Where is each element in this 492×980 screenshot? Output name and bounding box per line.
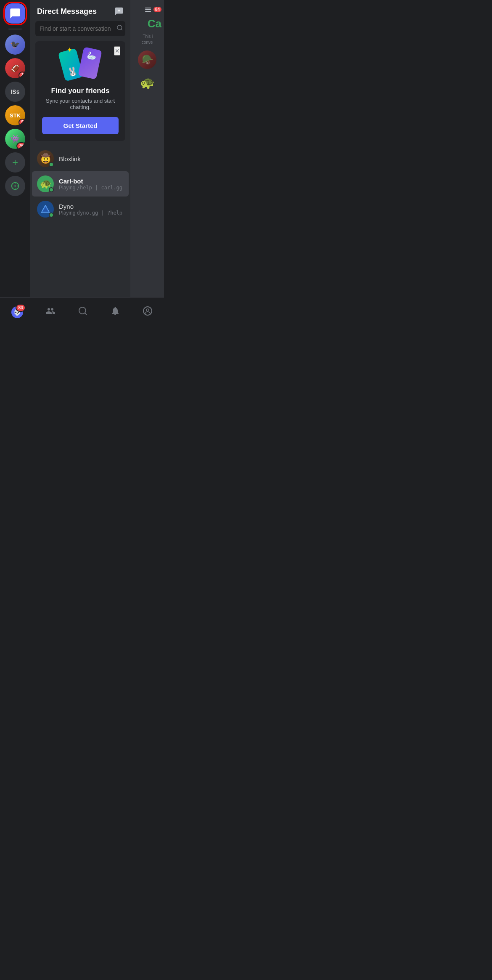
sidebar: 🐦‍⬛ 🏈 3 ISs STK 5 👾 76 [0,0,30,297]
iss-label: ISs [11,88,19,95]
dyno-logo-icon [40,204,50,214]
dm-panel: Direct Messages [30,0,130,297]
sidebar-item-dm[interactable] [5,3,25,24]
sidebar-item-stk[interactable]: STK 5 [5,105,25,125]
carlbot-avatar: 🐢 [37,175,54,192]
notif-line-1 [145,8,151,8]
find-friends-card: × ✦ 🐰 🦢 [35,41,125,141]
server-2-badge: 3 [19,72,25,78]
search-bar[interactable] [35,21,125,36]
svg-point-0 [14,185,16,187]
dm-item-bloxlink[interactable]: 🤠 Bloxlink [32,146,129,171]
dyno-status-prefix: Playing [59,210,77,216]
right-panel-name: Ca [130,14,164,34]
chat-icon [9,8,21,19]
dyno-status: Playing dyno.gg | ?help [59,210,124,216]
get-started-button[interactable]: Get Started [42,117,119,134]
sidebar-item-server-1[interactable]: 🐦‍⬛ [5,35,25,55]
profile-icon [143,306,153,319]
dyno-info: Dyno Playing dyno.gg | ?help [59,203,124,216]
home-badge: 84 [16,304,25,312]
friends-illustration: ✦ 🐰 🦢 [42,48,119,82]
svg-line-8 [121,29,122,30]
main-area: 🐦‍⬛ 🏈 3 ISs STK 5 👾 76 [0,0,164,297]
dyno-status-game: dyno.gg | ?help [77,210,122,216]
sparkle-icon: ✦ [67,46,72,54]
right-panel-description: This iconve [139,34,156,45]
dyno-online-dot [49,212,54,218]
carlbot-status: Playing /help | carl.gg [59,185,124,191]
svg-point-2 [13,186,13,186]
dm-list: 🤠 Bloxlink 🐢 Carl-bot [30,146,130,297]
carlbot-name: Carl-bot [59,178,124,185]
dm-item-dyno[interactable]: Dyno Playing dyno.gg | ?help [32,197,129,222]
discover-button[interactable] [5,176,25,196]
dm-title: Direct Messages [37,7,97,16]
dyno-avatar [37,201,54,218]
search-input[interactable] [40,25,113,32]
dyno-name: Dyno [59,203,124,210]
svg-point-14 [146,309,149,311]
carlbot-info: Carl-bot Playing /help | carl.gg [59,178,124,191]
discover-icon [11,181,20,191]
dm-header: Direct Messages [30,0,130,21]
svg-point-13 [143,307,152,315]
dm-icon-bg [5,3,25,24]
search-svg [116,24,123,31]
war-badge: 76 [16,142,25,149]
phone-cards-graphic: ✦ 🐰 🦢 [59,48,101,82]
nav-item-home[interactable]: 💀 84 [8,303,26,321]
svg-point-4 [15,188,16,189]
svg-point-3 [17,186,18,186]
new-dm-icon [114,7,124,16]
bloxlink-online-dot [49,162,54,167]
new-dm-button[interactable] [114,7,124,16]
carlbot-online-dot [49,187,54,192]
carlbot-status-prefix: Playing [59,185,77,191]
phone-right: 🦢 [78,47,102,80]
bloxlink-name: Bloxlink [59,155,124,162]
find-friends-title: Find your friends [42,87,119,95]
app-container: 🐦‍⬛ 🏈 3 ISs STK 5 👾 76 [0,0,164,327]
nav-item-notifications[interactable] [107,303,124,322]
right-panel-peek: 84 Ca This iconve 🪖 🐢 [130,0,164,297]
right-notification-badge: 84 [153,7,161,12]
add-icon: + [12,157,18,168]
stk-badge: 5 [19,119,25,125]
bloxlink-avatar: 🤠 [37,150,54,167]
find-friends-subtitle: Sync your contacts and start chatting. [42,98,119,110]
notif-line-2 [145,9,151,10]
close-card-button[interactable]: × [114,46,120,56]
friends-icon [45,306,56,319]
notifications-icon [110,306,120,319]
add-server-button[interactable]: + [5,152,25,173]
notification-lines [145,8,151,12]
notif-line-3 [145,11,151,12]
right-panel-turtle-icon: 🐢 [140,76,155,90]
nav-item-search[interactable] [74,303,91,322]
sidebar-divider [8,29,22,29]
search-icon [116,24,123,33]
bottom-nav: 💀 84 [0,297,164,327]
nav-item-profile[interactable] [139,303,156,322]
svg-point-11 [79,307,86,314]
svg-point-7 [117,25,122,30]
nav-item-friends[interactable] [42,303,59,322]
dm-item-carlbot[interactable]: 🐢 Carl-bot Playing /help | carl.gg [32,171,129,197]
sidebar-item-server-2[interactable]: 🏈 3 [5,58,25,78]
search-nav-icon [78,306,88,319]
right-panel-avatar: 🪖 [138,50,156,69]
bloxlink-info: Bloxlink [59,155,124,162]
sidebar-item-war[interactable]: 👾 76 [5,129,25,149]
sidebar-item-iss[interactable]: ISs [5,82,25,102]
svg-point-1 [15,183,16,184]
carlbot-status-game: /help | carl.gg [77,185,122,191]
server-1-avatar: 🐦‍⬛ [5,35,25,55]
svg-line-12 [85,313,87,314]
